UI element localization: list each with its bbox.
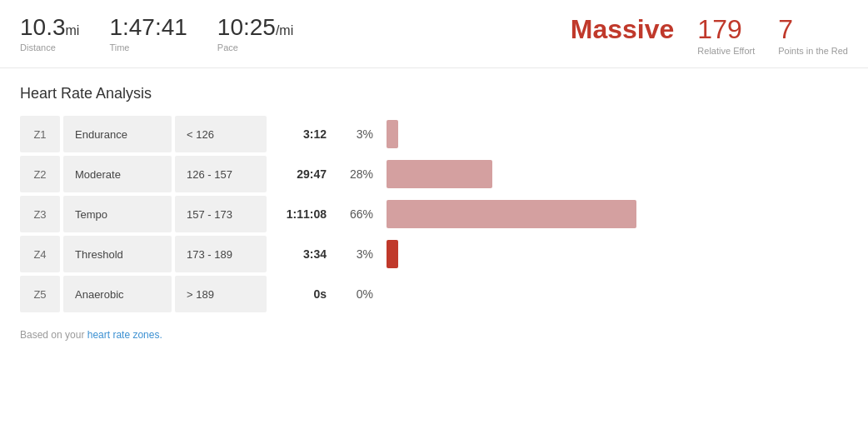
table-row: Z3 Tempo 157 - 173 1:11:08 66% <box>20 196 848 232</box>
zone-label: Z3 <box>20 196 60 232</box>
table-row: Z4 Threshold 173 - 189 3:34 3% <box>20 236 848 272</box>
time-value: 1:47:41 <box>109 15 187 41</box>
zone-range: 157 - 173 <box>175 196 267 232</box>
stat-relative-effort: 179 Relative Effort <box>697 15 755 56</box>
table-row: Z2 Moderate 126 - 157 29:47 28% <box>20 156 848 192</box>
zone-range: 173 - 189 <box>175 236 267 272</box>
zone-range: > 189 <box>175 276 267 312</box>
heart-rate-zones-link[interactable]: heart rate zones. <box>87 329 162 341</box>
hr-zones-table: Z1 Endurance < 126 3:12 3% Z2 Moderate 1… <box>20 116 848 312</box>
zone-name: Anaerobic <box>63 276 172 312</box>
stat-points-red: 7 Points in the Red <box>778 15 848 56</box>
table-row: Z5 Anaerobic > 189 0s 0% <box>20 276 848 312</box>
zone-time: 3:34 <box>270 236 337 272</box>
distance-value: 10.3mi <box>20 15 79 41</box>
stat-pace: 10:25/mi Pace <box>217 15 293 52</box>
zone-pct: 3% <box>340 236 380 272</box>
zone-pct: 28% <box>340 156 380 192</box>
zone-label: Z1 <box>20 116 60 152</box>
zone-time: 1:11:08 <box>270 196 337 232</box>
relative-effort-label: Relative Effort <box>697 46 755 56</box>
table-row: Z1 Endurance < 126 3:12 3% <box>20 116 848 152</box>
zone-label: Z2 <box>20 156 60 192</box>
points-red-label: Points in the Red <box>778 46 848 56</box>
zone-label: Z5 <box>20 276 60 312</box>
bar-fill <box>387 240 398 268</box>
zone-pct: 3% <box>340 116 380 152</box>
stat-time: 1:47:41 Time <box>109 15 187 52</box>
relative-effort-value: 179 <box>697 15 741 44</box>
zone-bar <box>387 196 848 232</box>
distance-label: Distance <box>20 42 79 52</box>
section-title: Heart Rate Analysis <box>20 85 848 102</box>
zone-range: 126 - 157 <box>175 156 267 192</box>
massive-label: Massive <box>571 15 675 44</box>
points-red-value: 7 <box>778 15 793 44</box>
zone-name: Tempo <box>63 196 172 232</box>
main-content: Heart Rate Analysis Z1 Endurance < 126 3… <box>0 68 868 357</box>
bar-fill <box>387 120 398 148</box>
zone-label: Z4 <box>20 236 60 272</box>
zone-bar <box>387 116 848 152</box>
header-stats: 10.3mi Distance 1:47:41 Time 10:25/mi Pa… <box>20 15 571 52</box>
zone-range: < 126 <box>175 116 267 152</box>
bar-fill <box>387 200 636 228</box>
zone-bar <box>387 156 848 192</box>
zone-name: Moderate <box>63 156 172 192</box>
zone-name: Threshold <box>63 236 172 272</box>
zone-time: 29:47 <box>270 156 337 192</box>
zone-time: 3:12 <box>270 116 337 152</box>
zone-pct: 0% <box>340 276 380 312</box>
footer-note: Based on your heart rate zones. <box>20 329 848 341</box>
zone-bar <box>387 276 848 312</box>
zone-pct: 66% <box>340 196 380 232</box>
time-label: Time <box>109 42 187 52</box>
stat-distance: 10.3mi Distance <box>20 15 79 52</box>
stat-effort-label: Massive <box>571 15 675 44</box>
zone-bar <box>387 236 848 272</box>
zone-name: Endurance <box>63 116 172 152</box>
header: 10.3mi Distance 1:47:41 Time 10:25/mi Pa… <box>0 0 868 68</box>
header-right: Massive 179 Relative Effort 7 Points in … <box>571 15 848 56</box>
zone-time: 0s <box>270 276 337 312</box>
bar-fill <box>387 160 492 188</box>
pace-value: 10:25/mi <box>217 15 293 41</box>
pace-label: Pace <box>217 42 293 52</box>
